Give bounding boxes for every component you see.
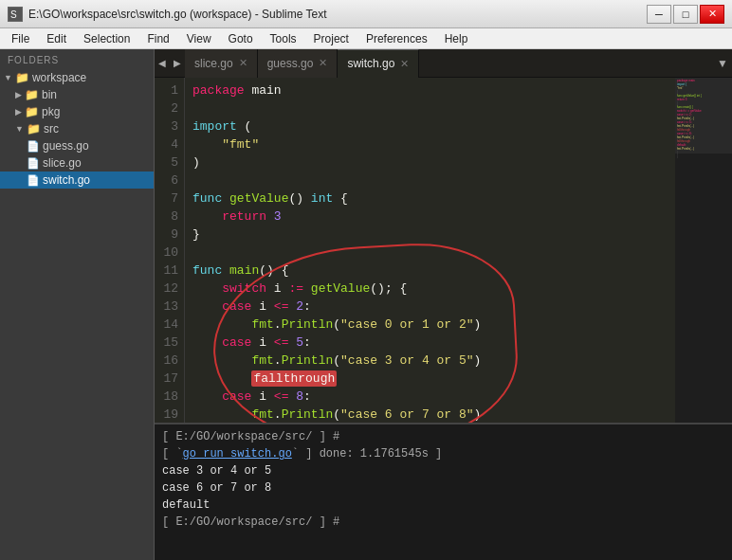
- code-line-7: func getValue() int {: [192, 190, 668, 208]
- sidebar-label-guess: guess.go: [43, 139, 89, 153]
- code-line-14: fmt.Println("case 0 or 1 or 2"): [192, 316, 668, 334]
- editor-area: ◀ ▶ slice.go ✕ guess.go ✕ switch.go ✕ ▼ …: [155, 49, 732, 560]
- sidebar-label-slice: slice.go: [43, 156, 82, 170]
- file-icon-guess: 📄: [27, 140, 40, 153]
- code-line-3: import (: [192, 117, 668, 135]
- sidebar-item-workspace[interactable]: ▼ 📁 workspace: [0, 69, 154, 86]
- menu-item-goto[interactable]: Goto: [221, 30, 261, 47]
- tab-close-switch[interactable]: ✕: [400, 58, 409, 70]
- sidebar: FOLDERS ▼ 📁 workspace ▶ 📁 bin ▶ 📁 pkg ▼ …: [0, 49, 155, 560]
- menu-item-help[interactable]: Help: [437, 30, 476, 47]
- terminal-output-text-1: case 3 or 4 or 5: [162, 464, 271, 478]
- tab-switch[interactable]: switch.go ✕: [338, 49, 419, 78]
- code-content[interactable]: package main import ( "fmt" ) func getVa…: [185, 78, 675, 423]
- main-container: FOLDERS ▼ 📁 workspace ▶ 📁 bin ▶ 📁 pkg ▼ …: [0, 49, 732, 560]
- folder-icon-pkg: 📁: [25, 105, 39, 118]
- tab-label-switch: switch.go: [347, 57, 394, 70]
- folder-icon-bin: 📁: [25, 88, 39, 101]
- folder-icon-src: 📁: [27, 122, 41, 135]
- minimap[interactable]: package main import ( "fmt" ) func getVa…: [675, 78, 732, 423]
- terminal[interactable]: [ E:/GO/workspace/src/ ] # [ `go run swi…: [155, 423, 732, 560]
- maximize-button[interactable]: □: [673, 5, 698, 24]
- sidebar-item-pkg[interactable]: ▶ 📁 pkg: [0, 103, 154, 120]
- code-line-19: fmt.Println("case 6 or 7 or 8"): [192, 406, 668, 423]
- tab-menu-button[interactable]: ▼: [713, 49, 732, 78]
- code-line-9: }: [192, 226, 668, 244]
- sidebar-label-pkg: pkg: [42, 105, 60, 118]
- minimize-button[interactable]: ─: [647, 5, 671, 24]
- terminal-done: ` ] done: 1.1761545s ]: [292, 447, 442, 461]
- code-line-16: fmt.Println("case 3 or 4 or 5"): [192, 352, 668, 370]
- expand-icon-bin: ▶: [15, 90, 22, 99]
- terminal-line-1: [ E:/GO/workspace/src/ ] #: [162, 428, 724, 445]
- code-line-10: [192, 244, 668, 262]
- expand-icon-src: ▼: [15, 124, 24, 134]
- tab-guess[interactable]: guess.go ✕: [258, 49, 339, 78]
- tab-prev-button[interactable]: ◀: [155, 49, 170, 78]
- tab-label-slice: slice.go: [194, 57, 233, 70]
- menu-item-project[interactable]: Project: [306, 30, 357, 47]
- terminal-output-text-2: case 6 or 7 or 8: [162, 481, 271, 495]
- code-line-4: "fmt": [192, 135, 668, 154]
- tab-bar: ◀ ▶ slice.go ✕ guess.go ✕ switch.go ✕ ▼: [155, 49, 732, 78]
- minimap-content: package main import ( "fmt" ) func getVa…: [675, 78, 732, 161]
- terminal-output-1: case 3 or 4 or 5: [162, 462, 724, 479]
- line-numbers: 12345 678910 1112131415 1617181920 21222…: [155, 78, 185, 423]
- code-container: 12345 678910 1112131415 1617181920 21222…: [155, 78, 732, 423]
- sidebar-item-slice[interactable]: 📄 slice.go: [0, 154, 154, 172]
- code-line-13: case i <= 2:: [192, 298, 668, 316]
- menu-item-preferences[interactable]: Preferences: [358, 30, 435, 47]
- code-line-12: switch i := getValue(); {: [192, 280, 668, 298]
- title-bar-left: S E:\GO\workspace\src\switch.go (workspa…: [8, 7, 327, 22]
- sidebar-label-src: src: [44, 122, 59, 135]
- tab-label-guess: guess.go: [267, 57, 314, 70]
- code-line-6: [192, 172, 668, 190]
- sidebar-item-guess[interactable]: 📄 guess.go: [0, 137, 154, 154]
- menu-item-file[interactable]: File: [4, 30, 37, 47]
- tab-close-guess[interactable]: ✕: [319, 57, 327, 69]
- terminal-output-3: default: [162, 497, 724, 514]
- terminal-prompt-1: [ E:/GO/workspace/src/ ] #: [162, 430, 339, 443]
- tab-next-button[interactable]: ▶: [170, 49, 185, 78]
- menu-item-tools[interactable]: Tools: [263, 30, 304, 47]
- code-line-5: ): [192, 154, 668, 172]
- expand-icon-pkg: ▶: [15, 107, 22, 117]
- code-line-11: func main() {: [192, 262, 668, 280]
- tab-close-slice[interactable]: ✕: [239, 57, 247, 69]
- menu-bar: FileEditSelectionFindViewGotoToolsProjec…: [0, 28, 732, 49]
- code-line-1: package main: [192, 81, 668, 99]
- svg-text:S: S: [10, 9, 17, 20]
- title-bar: S E:\GO\workspace\src\switch.go (workspa…: [0, 0, 732, 28]
- window-controls[interactable]: ─ □ ✕: [647, 5, 724, 24]
- terminal-output-text-3: default: [162, 498, 210, 512]
- sidebar-title: FOLDERS: [0, 49, 154, 69]
- menu-item-view[interactable]: View: [179, 30, 219, 47]
- code-line-17: fallthrough: [192, 370, 668, 388]
- close-button[interactable]: ✕: [700, 5, 724, 24]
- terminal-line-2: [ `go run switch.go` ] done: 1.1761545s …: [162, 445, 724, 462]
- terminal-line-6: [ E:/GO/workspace/src/ ] #: [162, 514, 724, 531]
- folder-icon: 📁: [15, 71, 29, 84]
- file-icon-switch: 📄: [27, 174, 40, 187]
- code-line-8: return 3: [192, 208, 668, 226]
- terminal-output-2: case 6 or 7 or 8: [162, 479, 724, 497]
- sidebar-label-switch: switch.go: [43, 173, 90, 187]
- menu-item-selection[interactable]: Selection: [76, 30, 137, 47]
- sidebar-item-switch[interactable]: 📄 switch.go: [0, 172, 154, 189]
- menu-item-edit[interactable]: Edit: [39, 30, 74, 47]
- terminal-prompt-2: [ E:/GO/workspace/src/ ] #: [162, 515, 339, 529]
- tab-slice[interactable]: slice.go ✕: [185, 49, 258, 78]
- app-icon: S: [8, 7, 23, 22]
- terminal-prefix: [ `: [162, 447, 183, 461]
- file-icon-slice: 📄: [27, 157, 40, 170]
- sidebar-label-workspace: workspace: [32, 71, 86, 84]
- sidebar-item-bin[interactable]: ▶ 📁 bin: [0, 86, 154, 103]
- expand-icon: ▼: [4, 73, 12, 82]
- sidebar-item-src[interactable]: ▼ 📁 src: [0, 120, 154, 137]
- code-line-15: case i <= 5:: [192, 334, 668, 352]
- window-title: E:\GO\workspace\src\switch.go (workspace…: [28, 8, 327, 21]
- sidebar-label-bin: bin: [42, 88, 57, 101]
- code-line-18: case i <= 8:: [192, 388, 668, 406]
- menu-item-find[interactable]: Find: [139, 30, 176, 47]
- terminal-link[interactable]: go run switch.go: [183, 447, 292, 461]
